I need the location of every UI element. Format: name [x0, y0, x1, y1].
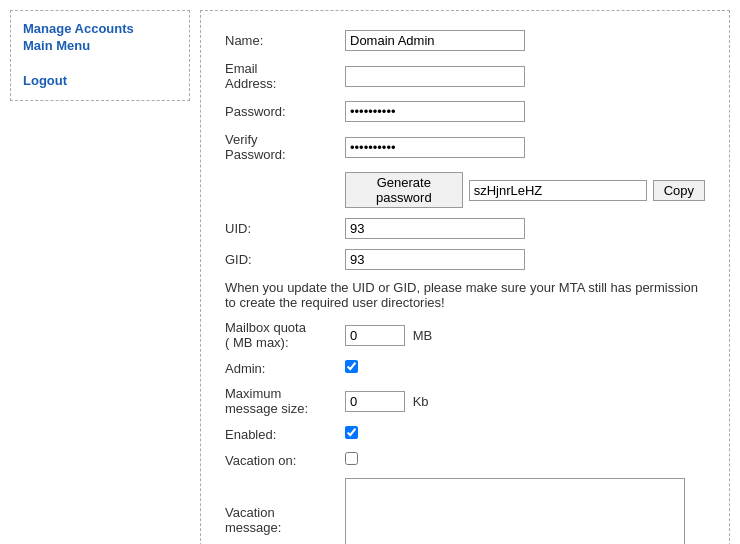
email-input[interactable]	[345, 66, 525, 87]
password-input[interactable]	[345, 101, 525, 122]
generate-password-button[interactable]: Generate password	[345, 172, 463, 208]
gid-label: GID:	[221, 244, 341, 275]
copy-button[interactable]: Copy	[653, 180, 705, 201]
sidebar-main-menu[interactable]: Main Menu	[23, 38, 177, 53]
mailbox-quota-input[interactable]	[345, 325, 405, 346]
uid-input[interactable]	[345, 218, 525, 239]
sidebar-logout[interactable]: Logout	[23, 73, 177, 88]
verify-password-label: Verify Password:	[221, 127, 341, 167]
admin-label: Admin:	[221, 355, 341, 381]
main-content: Name: Email Address:	[200, 10, 730, 544]
password-label: Password:	[221, 96, 341, 127]
verify-password-input[interactable]	[345, 137, 525, 158]
sidebar: Manage Accounts Main Menu Logout	[10, 10, 190, 101]
max-message-size-input[interactable]	[345, 391, 405, 412]
name-label: Name:	[221, 25, 341, 56]
mailbox-quota-label: Mailbox quota ( MB max):	[221, 315, 341, 355]
gid-input[interactable]	[345, 249, 525, 270]
enabled-checkbox[interactable]	[345, 426, 358, 439]
enabled-label: Enabled:	[221, 421, 341, 447]
mailbox-quota-unit: MB	[413, 328, 433, 343]
generate-password-row: Generate password Copy	[345, 172, 705, 208]
uid-gid-warning: When you update the UID or GID, please m…	[221, 275, 709, 315]
sidebar-manage-accounts[interactable]: Manage Accounts	[23, 21, 177, 36]
admin-checkbox[interactable]	[345, 360, 358, 373]
uid-label: UID:	[221, 213, 341, 244]
vacation-on-checkbox[interactable]	[345, 452, 358, 465]
generate-password-spacer	[221, 167, 341, 213]
vacation-message-label: Vacation message:	[221, 473, 341, 544]
name-input[interactable]	[345, 30, 525, 51]
vacation-on-label: Vacation on:	[221, 447, 341, 473]
email-label: Email Address:	[221, 56, 341, 96]
max-message-size-label: Maximum message size:	[221, 381, 341, 421]
max-message-size-unit: Kb	[413, 394, 429, 409]
form-table: Name: Email Address:	[221, 25, 709, 544]
generated-password-field[interactable]	[469, 180, 647, 201]
vacation-message-textarea[interactable]	[345, 478, 685, 544]
